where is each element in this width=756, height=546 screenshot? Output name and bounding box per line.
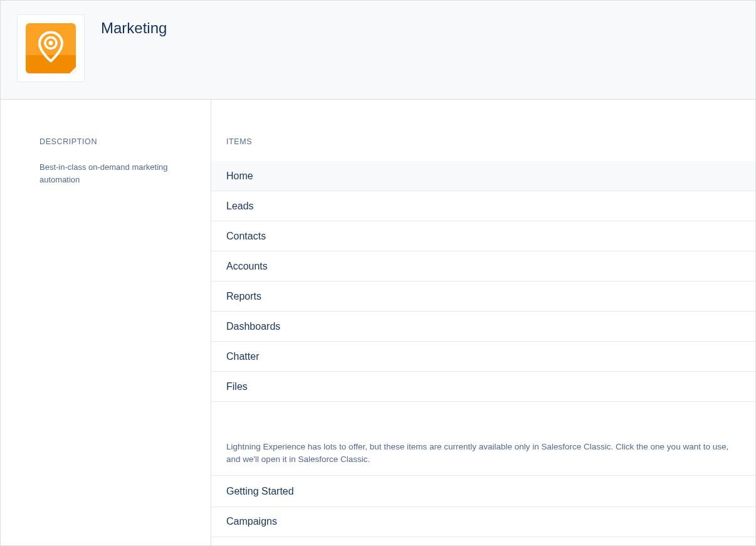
description-text: Best-in-class on-demand marketing automa… [39, 161, 172, 186]
nav-item-reports[interactable]: Reports [211, 281, 755, 312]
nav-item-label: Files [226, 381, 248, 392]
nav-item-label: Campaigns [226, 516, 277, 527]
items-panel: ITEMS Home Leads Contacts Accounts Repor… [211, 100, 755, 545]
nav-item-label: Chatter [226, 351, 259, 362]
nav-item-label: Accounts [226, 261, 268, 272]
items-heading: ITEMS [211, 137, 755, 146]
classic-only-note: Lightning Experience has lots to offer, … [211, 441, 755, 476]
nav-item-contacts[interactable]: Contacts [211, 221, 755, 251]
marketing-pin-icon [26, 23, 76, 73]
svg-point-1 [49, 41, 53, 45]
items-list: Home Leads Contacts Accounts Reports Das… [211, 161, 755, 402]
nav-item-getting-started[interactable]: Getting Started [211, 477, 755, 507]
nav-item-files[interactable]: Files [211, 372, 755, 402]
app-icon-container [17, 14, 85, 82]
nav-item-accounts[interactable]: Accounts [211, 251, 755, 281]
nav-item-label: Home [226, 171, 253, 182]
nav-item-label: Contacts [226, 231, 266, 242]
nav-item-label: Dashboards [226, 321, 280, 332]
nav-item-label: Reports [226, 291, 261, 302]
nav-item-dashboards[interactable]: Dashboards [211, 312, 755, 342]
nav-item-label: Getting Started [226, 486, 294, 497]
description-heading: DESCRIPTION [39, 137, 172, 146]
content-area: DESCRIPTION Best-in-class on-demand mark… [1, 100, 755, 545]
classic-items-list: Getting Started Campaigns [211, 477, 755, 537]
nav-item-chatter[interactable]: Chatter [211, 342, 755, 372]
app-header: Marketing [1, 1, 755, 100]
nav-item-home[interactable]: Home [211, 161, 755, 191]
description-panel: DESCRIPTION Best-in-class on-demand mark… [1, 100, 211, 545]
app-title: Marketing [101, 14, 167, 37]
nav-item-campaigns[interactable]: Campaigns [211, 507, 755, 537]
nav-item-leads[interactable]: Leads [211, 191, 755, 221]
nav-item-label: Leads [226, 201, 254, 212]
